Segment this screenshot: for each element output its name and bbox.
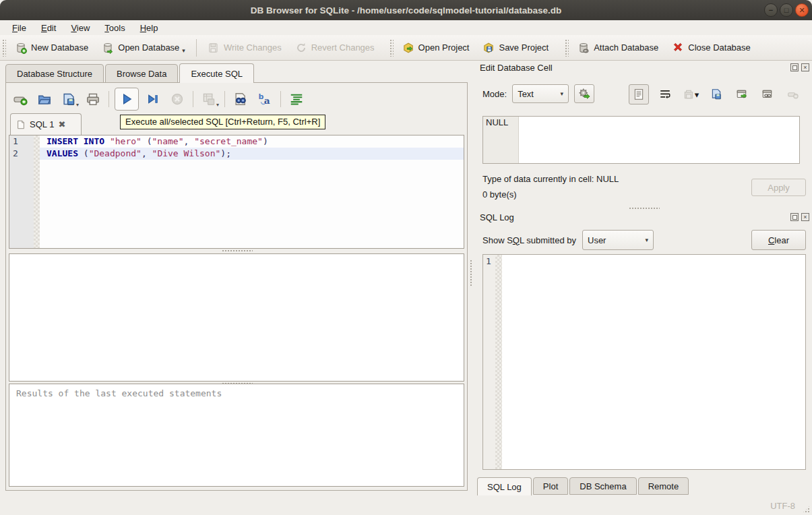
close-dock-icon[interactable]: × bbox=[801, 63, 809, 71]
text-view-button[interactable] bbox=[629, 84, 649, 104]
dock-splitter[interactable] bbox=[629, 207, 660, 210]
find-replace-button[interactable]: ba bbox=[255, 89, 275, 109]
menu-view[interactable]: View bbox=[64, 22, 96, 34]
cell-value-gutter: NULL bbox=[483, 117, 519, 163]
clear-log-button[interactable]: Clear bbox=[751, 230, 806, 250]
save-project-button[interactable]: Save Project bbox=[476, 38, 555, 57]
open-database-button[interactable]: Open Database ▾ bbox=[95, 38, 192, 57]
import-data-button[interactable]: ▾ bbox=[681, 85, 700, 104]
chevron-down-icon: ▾ bbox=[645, 237, 648, 243]
float-dock-icon[interactable] bbox=[790, 63, 799, 71]
attach-database-button[interactable]: Attach Database bbox=[571, 38, 665, 57]
print-cell-button[interactable] bbox=[809, 85, 812, 104]
cell-value-editor[interactable]: NULL bbox=[482, 116, 800, 164]
attach-database-label: Attach Database bbox=[594, 42, 658, 53]
sql-submitter-combobox[interactable]: User ▾ bbox=[582, 230, 654, 250]
menu-edit[interactable]: Edit bbox=[34, 22, 63, 34]
revert-changes-button[interactable]: Revert Changes bbox=[288, 38, 381, 57]
write-changes-icon bbox=[208, 42, 220, 54]
cell-type-info: Type of data currently in cell: NULL bbox=[482, 174, 619, 184]
menu-help[interactable]: Help bbox=[133, 22, 165, 34]
main-vertical-splitter[interactable] bbox=[470, 260, 473, 286]
open-project-button[interactable]: Open Project bbox=[396, 38, 476, 57]
attach-database-icon bbox=[577, 42, 590, 54]
sql-log-view[interactable]: 1 bbox=[482, 254, 806, 470]
open-database-icon bbox=[102, 42, 114, 54]
apply-button-label: Apply bbox=[768, 183, 790, 193]
auto-switch-mode-button[interactable] bbox=[574, 84, 594, 103]
close-dock-icon[interactable]: × bbox=[801, 213, 809, 221]
editor-results-splitter[interactable] bbox=[222, 249, 253, 253]
sql-1-tab-label: SQL 1 bbox=[30, 119, 54, 129]
toolbar-drag-handle[interactable] bbox=[389, 39, 394, 57]
set-null-button[interactable] bbox=[784, 85, 803, 104]
tab-sql-log[interactable]: SQL Log bbox=[477, 477, 532, 495]
right-panel: Edit Database Cell × Mode: Text ▾ ▾ NULL… bbox=[475, 61, 812, 515]
encoding-indicator[interactable]: UTF-8 bbox=[770, 501, 795, 511]
edit-cell-dock-title: Edit Database Cell bbox=[480, 63, 553, 73]
close-button[interactable]: ✕ bbox=[795, 3, 809, 17]
code-line[interactable]: 1INSERT INTO "hero" ("name", "secret_nam… bbox=[9, 135, 464, 148]
menu-tools[interactable]: Tools bbox=[98, 22, 131, 34]
print-sql-button[interactable] bbox=[83, 89, 103, 109]
sql-log-dock-buttons: × bbox=[790, 213, 809, 221]
write-changes-button[interactable]: Write Changes bbox=[201, 38, 288, 57]
tab-plot[interactable]: Plot bbox=[533, 477, 568, 495]
toolbar-drag-handle[interactable] bbox=[2, 39, 6, 57]
sql-tab-close-icon[interactable]: ✖ bbox=[58, 119, 65, 129]
open-database-dropdown-caret[interactable]: ▾ bbox=[182, 47, 185, 54]
results-grid-pane[interactable] bbox=[9, 253, 464, 382]
tab-browse-data[interactable]: Browse Data bbox=[105, 64, 178, 83]
bottom-tab-bar: SQL Log Plot DB Schema Remote bbox=[477, 477, 690, 495]
copy-link-button[interactable] bbox=[758, 85, 777, 104]
save-project-label: Save Project bbox=[499, 42, 549, 53]
open-in-external-button[interactable] bbox=[732, 85, 751, 104]
format-sql-icon bbox=[289, 92, 304, 107]
titlebar[interactable]: DB Browser for SQLite - /home/user/code/… bbox=[0, 0, 812, 20]
close-database-button[interactable]: Close Database bbox=[665, 38, 757, 57]
save-results-button[interactable]: ▾ bbox=[199, 89, 219, 109]
results-message-pane[interactable]: Results of the last executed statements bbox=[9, 384, 464, 487]
mode-combobox-value: Text bbox=[518, 89, 534, 99]
open-database-label: Open Database bbox=[118, 42, 179, 53]
gear-arrow-icon bbox=[577, 87, 591, 100]
stop-icon bbox=[170, 92, 184, 106]
results-placeholder-text: Results of the last executed statements bbox=[16, 388, 222, 398]
export-data-button[interactable] bbox=[707, 85, 726, 104]
menubar: File Edit View Tools Help bbox=[0, 20, 812, 35]
stop-sql-button[interactable] bbox=[167, 89, 187, 109]
execute-current-line-button[interactable] bbox=[143, 89, 163, 109]
save-sql-file-button[interactable]: ▾ bbox=[59, 89, 79, 109]
apply-button[interactable]: Apply bbox=[751, 179, 806, 196]
cell-value-text: NULL bbox=[486, 117, 508, 127]
log-fold-margin bbox=[495, 255, 502, 469]
toolbar-drag-handle[interactable] bbox=[565, 39, 569, 57]
tab-db-schema[interactable]: DB Schema bbox=[569, 477, 636, 495]
code-line[interactable]: 2VALUES ("Deadpond", "Dive Wilson"); bbox=[9, 148, 464, 160]
maximize-button[interactable]: □ bbox=[780, 3, 793, 17]
sql-toolbar-separator bbox=[193, 91, 193, 107]
tab-remote[interactable]: Remote bbox=[638, 477, 689, 495]
sql-editor[interactable]: 1INSERT INTO "hero" ("name", "secret_nam… bbox=[9, 135, 464, 249]
execute-sql-panel: ▾ ▾ ba SQL 1 ✖ 1INSERT INTO "hero" ("nam… bbox=[5, 82, 468, 491]
find-button[interactable] bbox=[230, 89, 251, 109]
new-database-button[interactable]: New Database bbox=[8, 38, 95, 57]
open-project-icon bbox=[402, 42, 414, 54]
new-database-label: New Database bbox=[31, 42, 88, 53]
open-sql-file-button[interactable] bbox=[34, 89, 55, 109]
cell-editor-icon-row: ▾ bbox=[629, 84, 812, 104]
find-replace-icon: ba bbox=[257, 92, 272, 107]
new-sql-tab-button[interactable] bbox=[10, 89, 30, 109]
tab-execute-sql[interactable]: Execute SQL bbox=[179, 63, 254, 83]
word-wrap-button[interactable] bbox=[656, 85, 675, 104]
format-sql-button[interactable] bbox=[286, 89, 307, 109]
minimize-button[interactable]: − bbox=[764, 3, 778, 17]
mode-combobox[interactable]: Text ▾ bbox=[512, 84, 569, 103]
save-sql-dropdown-caret[interactable]: ▾ bbox=[76, 102, 79, 108]
float-dock-icon[interactable] bbox=[790, 213, 799, 221]
tab-database-structure[interactable]: Database Structure bbox=[5, 64, 104, 83]
sql-1-tab[interactable]: SQL 1 ✖ bbox=[10, 113, 82, 135]
execute-sql-button[interactable] bbox=[115, 88, 139, 111]
mode-label: Mode: bbox=[482, 89, 507, 99]
menu-file[interactable]: File bbox=[5, 22, 33, 34]
